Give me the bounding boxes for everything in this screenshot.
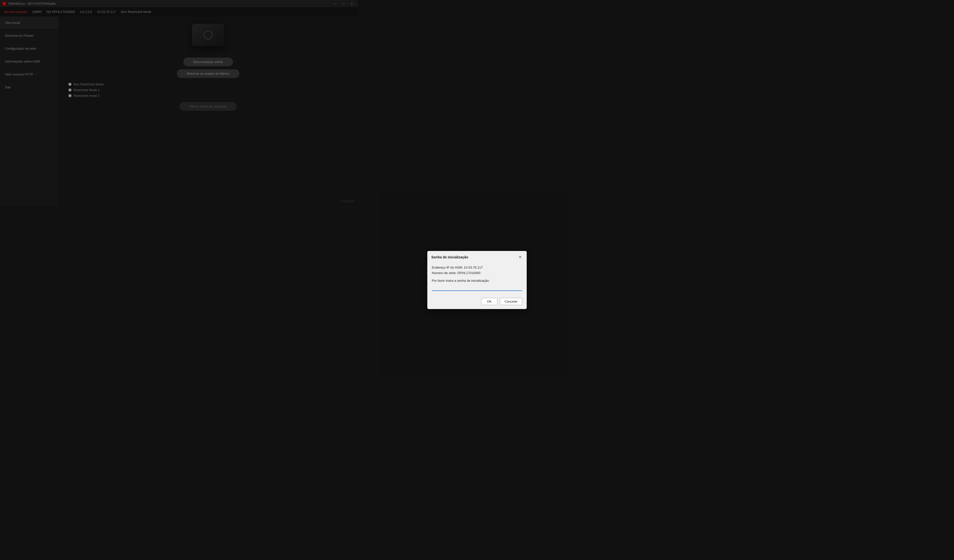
modal-overlay: Senha de inicialização ✕ Endereço IP do … (0, 0, 358, 205)
